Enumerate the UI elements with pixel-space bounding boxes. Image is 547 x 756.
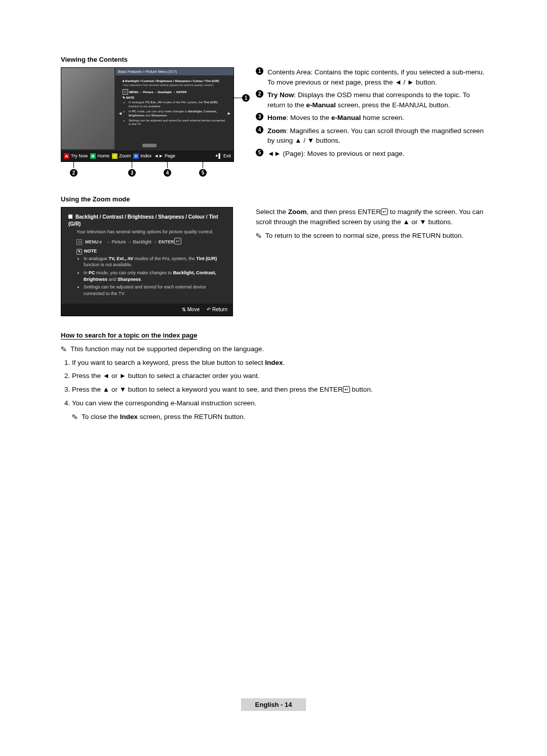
zoom-row: Backlight / Contrast / Brightness / Shar… xyxy=(61,207,486,316)
section-title-viewing: Viewing the Contents xyxy=(61,56,486,63)
step-2: Press the ◄ or ► button to select a char… xyxy=(72,371,486,381)
exit-icon: ✦▌ xyxy=(215,153,222,158)
num-3: 3 xyxy=(256,113,263,120)
step-3: Press the ▲ or ▼ button to select a keyw… xyxy=(72,385,486,395)
step-4: You can view the corresponding e-Manual … xyxy=(72,398,486,423)
num-5: 5 xyxy=(256,149,263,156)
num-2: 2 xyxy=(256,90,263,98)
menu-key-icon: O xyxy=(123,89,128,95)
note-item: In analogue TV, Ext., AV modes of the PA… xyxy=(129,101,227,109)
screenshot-thumbnail-area xyxy=(61,68,114,149)
note-label: ✎ NOTE xyxy=(123,96,227,100)
return-icon: ↶ xyxy=(207,307,211,312)
nav-left-icon: ◄ xyxy=(118,111,123,116)
step-4-note: ✎To close the Index screen, press the RE… xyxy=(72,411,486,423)
section-title-zoom: Using the Zoom mode xyxy=(61,195,486,203)
c-button-icon: C xyxy=(112,153,118,159)
footer-zoom: Zoom xyxy=(119,153,131,158)
a-button-icon: A xyxy=(64,153,69,159)
enter-icon: ↵ xyxy=(174,238,181,244)
footer-try: Try Now xyxy=(71,153,88,158)
screenshot-zoom: Backlight / Contrast / Brightness / Shar… xyxy=(61,207,233,316)
zoom-note-item: Settings can be adjusted and stored for … xyxy=(84,284,225,297)
zoom-note-item: In PC mode, you can only make changes to… xyxy=(84,270,225,282)
index-note: ✎This function may not be supported depe… xyxy=(61,343,486,355)
footer-home: Home xyxy=(97,153,109,158)
callout-descriptions: 1 Contents Area: Contains the topic cont… xyxy=(256,67,486,159)
topic-sub: Your television has several setting opti… xyxy=(123,83,227,88)
note-icon: ✎ xyxy=(60,344,68,356)
note-icon: ✎ xyxy=(71,411,79,424)
screenshot-contents: Basic Features > Picture Menu (3/17) ■ B… xyxy=(61,67,234,162)
help-pill xyxy=(142,144,157,147)
nav-right-icon: ► xyxy=(227,111,231,116)
footer-exit: Exit xyxy=(223,153,231,158)
index-steps: If you want to search a keyword, press t… xyxy=(61,358,486,423)
enter-icon: ↵ xyxy=(381,208,388,215)
num-4: 4 xyxy=(256,126,263,134)
desc-3: Home: Moves to the e-Manual home screen. xyxy=(267,113,486,123)
callout-2: 2 xyxy=(70,169,77,177)
return-control: ↶ Return xyxy=(207,306,227,313)
desc-1: Contents Area: Contains the topic conten… xyxy=(267,67,486,87)
menu-path: MENU → Picture → Backlight → ENTER xyxy=(129,91,186,94)
note-item: Settings can be adjusted and stored for … xyxy=(129,119,227,127)
zoom-paragraph: Select the Zoom, and then press ENTER↵ t… xyxy=(256,207,486,228)
enter-icon: ↵ xyxy=(343,386,350,393)
b-button-icon: B xyxy=(90,153,96,159)
zoom-return-note: ✎To return to the screen to normal size,… xyxy=(256,230,486,241)
page-number: English - 14 xyxy=(241,698,306,711)
topic-title: Backlight / Contrast / Brightness / Shar… xyxy=(125,79,219,82)
menu-key-icon: O xyxy=(76,239,82,245)
viewing-contents-row: Basic Features > Picture Menu (3/17) ■ B… xyxy=(61,67,486,180)
footer-page: Page xyxy=(165,153,175,158)
section-title-index: How to search for a topic on the index p… xyxy=(61,331,486,339)
callout-4: 4 xyxy=(164,169,171,177)
page-footer: English - 14 xyxy=(61,696,486,713)
zoom-title: Backlight / Contrast / Brightness / Shar… xyxy=(68,214,218,227)
desc-2: Try Now: Displays the OSD menu that corr… xyxy=(267,90,486,110)
d-button-icon: D xyxy=(133,153,139,159)
note-icon: ✎ xyxy=(255,230,263,242)
callout-5: 5 xyxy=(199,169,207,177)
square-bullet-icon xyxy=(68,215,72,219)
zoom-footer: ⇅ Move ↶ Return xyxy=(61,304,232,316)
zoom-menu-path: O MENUⅢ → Picture → Backlight → ENTER↵ xyxy=(76,238,225,245)
move-control: ⇅ Move xyxy=(182,306,200,313)
zoom-note-label: ✎NOTE xyxy=(76,248,225,255)
step-1: If you want to search a keyword, press t… xyxy=(72,358,486,368)
screenshot-breadcrumb: Basic Features > Picture Menu (3/17) xyxy=(115,68,233,75)
lr-icon: ◄► xyxy=(154,153,163,158)
zoom-note-item: In analogue TV, Ext., AV modes of the PA… xyxy=(84,256,225,268)
note-item: In PC mode, you can only make changes to… xyxy=(129,110,227,118)
callout-3: 3 xyxy=(128,169,136,177)
num-1: 1 xyxy=(256,67,263,75)
screenshot-footer: ATry Now BHome CZoom DIndex ◄►Page ✦▌Exi… xyxy=(61,150,233,161)
desc-4: Zoom: Magnifies a screen. You can scroll… xyxy=(267,126,486,146)
screenshot-body: ■ Backlight / Contrast / Brightness / Sh… xyxy=(115,75,233,149)
callout-1: 1 xyxy=(242,94,250,102)
desc-5: ◄► (Page): Moves to previous or next pag… xyxy=(267,149,486,159)
updown-icon: ⇅ xyxy=(182,307,186,312)
footer-index: Index xyxy=(140,153,151,158)
zoom-sub: Your television has several setting opti… xyxy=(76,229,225,235)
